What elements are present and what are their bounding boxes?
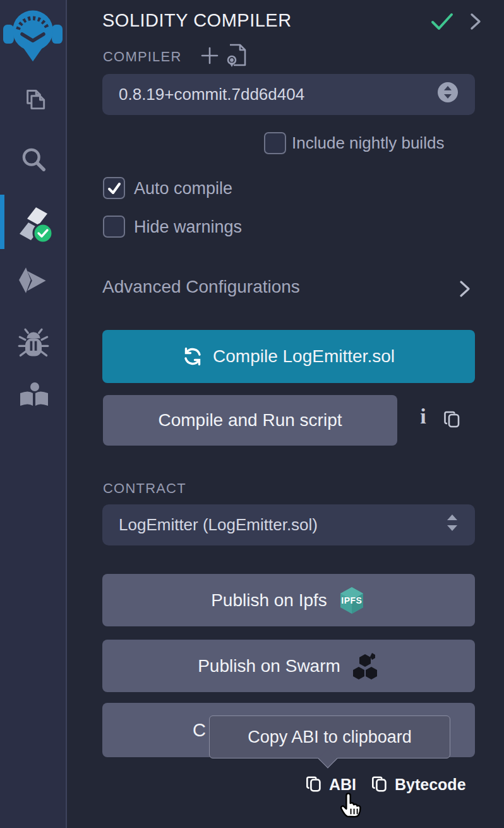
publish-ipfs-button[interactable]: Publish on Ipfs IPFS [102, 574, 475, 626]
page-title: SOLIDITY COMPILER [102, 10, 292, 31]
contract-section-label: CONTRACT [103, 480, 186, 497]
plugin-manager-icon[interactable] [0, 379, 67, 413]
remix-logo[interactable] [3, 3, 63, 66]
file-explorer-icon[interactable] [0, 83, 67, 115]
advanced-configurations-label: Advanced Configurations [102, 277, 300, 296]
contract-select-value: LogEmitter (LogEmitter.sol) [119, 515, 446, 535]
contract-select[interactable]: LogEmitter (LogEmitter.sol) [102, 504, 475, 545]
copy-abi-tooltip: Copy ABI to clipboard [209, 715, 450, 758]
chevron-right-icon [457, 279, 472, 301]
auto-compile-label: Auto compile [134, 179, 232, 198]
publish-swarm-button[interactable]: Publish on Swarm [102, 640, 475, 692]
compiler-config-file-icon[interactable] [225, 43, 249, 71]
auto-compile-checkbox[interactable] [103, 177, 125, 199]
info-icon[interactable]: i [414, 405, 432, 429]
hide-warnings-checkbox[interactable] [103, 216, 125, 238]
refresh-icon [183, 346, 203, 367]
copy-abi-tooltip-text: Copy ABI to clipboard [248, 728, 412, 747]
compiler-version-select[interactable]: 0.8.19+commit.7dd6d404 [102, 74, 475, 115]
publish-ipfs-label: Publish on Ipfs [211, 590, 327, 611]
debugger-icon[interactable] [0, 327, 67, 360]
cursor-pointer-icon [337, 789, 366, 823]
deploy-and-run-icon[interactable] [0, 265, 67, 296]
compile-success-check-icon [431, 12, 453, 33]
include-nightly-label: Include nightly builds [292, 133, 444, 153]
hide-warnings-label: Hide warnings [134, 217, 242, 237]
ipfs-logo-icon: IPFS [337, 586, 366, 615]
icon-sidebar [0, 0, 67, 828]
copy-bytecode-label: Bytecode [395, 776, 466, 794]
compiler-section-label: COMPILER [103, 49, 182, 65]
search-icon[interactable] [0, 143, 67, 176]
compiler-version-value: 0.8.19+commit.7dd6d404 [119, 85, 437, 104]
compile-button[interactable]: Compile LogEmitter.sol [102, 330, 475, 383]
add-compiler-icon[interactable] [200, 46, 220, 68]
tooltip-arrow [318, 748, 337, 768]
copy-script-icon[interactable] [443, 410, 462, 432]
publish-swarm-label: Publish on Swarm [198, 656, 340, 676]
swarm-logo-icon [351, 652, 380, 681]
copy-bytecode-button[interactable]: Bytecode [371, 775, 466, 794]
compile-and-run-label: Compile and Run script [158, 410, 342, 430]
compile-and-run-button[interactable]: Compile and Run script [103, 395, 397, 446]
advanced-configurations-toggle[interactable]: Advanced Configurations [102, 277, 475, 305]
panel-collapse-chevron-icon[interactable] [467, 12, 484, 33]
solidity-compiler-icon[interactable] [0, 204, 67, 244]
compilation-details-visible-label: C [193, 703, 206, 757]
compile-button-label: Compile LogEmitter.sol [213, 346, 395, 367]
include-nightly-checkbox[interactable] [264, 132, 286, 154]
select-stepper-icon [437, 82, 459, 107]
remix-solidity-compiler-panel: SOLIDITY COMPILER COMPILER 0.8.19+commit… [0, 0, 504, 828]
select-arrows-icon [446, 513, 459, 537]
